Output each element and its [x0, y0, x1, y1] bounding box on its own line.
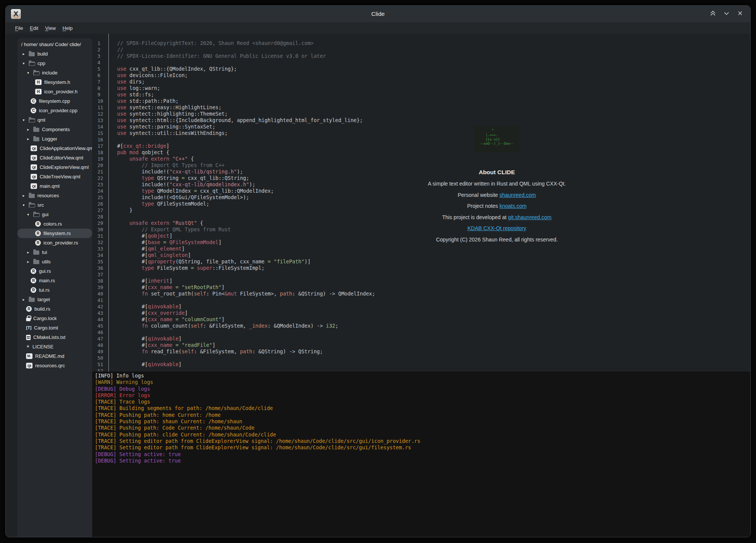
chevron-right-icon[interactable]: ▸: [27, 250, 33, 254]
tree-item-components[interactable]: ▸Components: [17, 125, 92, 134]
about-title: About CLIDE: [366, 169, 627, 176]
line-number: 28: [92, 213, 108, 220]
tree-item-resources-qrc[interactable]: Qtresources.qrc: [17, 361, 92, 370]
line-number: 32: [92, 239, 108, 246]
chevron-right-icon[interactable]: ▸: [27, 260, 33, 264]
tree-item-filesystem-cpp[interactable]: Cfilesystem.cpp: [17, 96, 92, 106]
code-line: 1// SPDX-FileCopyrightText: 2026, Shaun …: [92, 40, 750, 46]
chevron-down-icon[interactable]: ▾: [27, 212, 33, 217]
chevron-right-icon[interactable]: ▸: [27, 137, 33, 141]
close-button[interactable]: [736, 10, 744, 18]
chevron-down-icon[interactable]: ▾: [22, 61, 29, 65]
tree-item-label: utils: [42, 259, 51, 265]
tree-item-cmakelists-txt[interactable]: CMakeLists.txt: [17, 333, 92, 342]
line-number: 21: [92, 169, 108, 175]
tree-item-gui-rs[interactable]: Rgui.rs: [17, 266, 92, 276]
title-bar[interactable]: X Clide: [6, 6, 750, 22]
tree-item-utils[interactable]: ▸utils: [17, 257, 92, 266]
tree-item-clideexplorerview-qml[interactable]: QtClideExplorerView.qml: [17, 162, 92, 172]
about-link-kdab-cxx-qt-repository[interactable]: KDAB CXX-Qt repository: [467, 225, 526, 231]
tree-item-resources[interactable]: ▸resources: [17, 191, 92, 200]
log-line-trace: [TRACE] Pushing path: shaun Current: /ho…: [95, 418, 750, 425]
tree-item-main-rs[interactable]: Rmain.rs: [17, 276, 92, 285]
chevron-right-icon[interactable]: ▸: [22, 297, 29, 302]
tree-item-filesystem-h[interactable]: Hfilesystem.h: [17, 77, 92, 87]
tree-item-clidetreeview-qml[interactable]: QtClideTreeView.qml: [17, 172, 92, 181]
tree-item-readme-md[interactable]: M↓README.md: [17, 351, 92, 361]
tree-item-label: ClideApplicationView.qml: [40, 145, 92, 151]
line-number: 16: [92, 136, 108, 143]
tree-item-build[interactable]: ▸build: [17, 49, 92, 59]
code-line: 8use log::warn;: [92, 85, 750, 91]
code-text: [108, 59, 117, 66]
chevron-right-icon[interactable]: ▸: [22, 52, 29, 56]
folder-icon: [33, 260, 39, 264]
tree-item-label: filesystem.rs: [43, 231, 71, 236]
tree-item-label: cpp: [37, 60, 45, 66]
chevron-down-icon[interactable]: ▾: [22, 203, 29, 207]
menu-file[interactable]: File: [12, 22, 26, 34]
code-text: #[qml_singleton]: [108, 252, 191, 258]
tree-item-icon-provider-rs[interactable]: Ricon_provider.rs: [17, 238, 92, 248]
tree-item-cpp[interactable]: ▾cpp: [17, 59, 92, 68]
line-number: 34: [92, 252, 108, 258]
code-text: fn set_root_path(self: Pin<&mut FileSyst…: [108, 291, 375, 297]
tree-item-icon-provider-cpp[interactable]: Cicon_provider.cpp: [17, 106, 92, 115]
minimize-button[interactable]: [722, 10, 731, 18]
chevrons-up-icon: [710, 10, 716, 18]
maximize-button[interactable]: [709, 10, 717, 18]
tree-item-label: target: [37, 297, 50, 302]
tree-item-cargo-lock[interactable]: Cargo.lock: [17, 314, 92, 323]
tree-item-label: src: [37, 202, 44, 208]
tree-item-label: LICENSE: [32, 344, 54, 350]
line-number: 41: [92, 297, 108, 303]
about-link-knoats-com[interactable]: knoats.com: [499, 203, 527, 209]
line-number: 31: [92, 233, 108, 239]
menu-view[interactable]: View: [42, 22, 59, 34]
code-text: include!("cxx-qt-lib/qmodelindex.h");: [108, 181, 255, 188]
menu-edit[interactable]: Edit: [26, 22, 42, 34]
tree-item-label: ClideTreeView.qml: [40, 174, 80, 179]
line-number: 22: [92, 175, 108, 181]
tree-item-src[interactable]: ▾src: [17, 200, 92, 210]
tree-item-tui-rs[interactable]: Rtui.rs: [17, 285, 92, 295]
code-line: 13use syntect::html::{IncludeBackground,…: [92, 117, 750, 124]
tree-item-label: tui.rs: [39, 287, 49, 293]
tree-item-gui[interactable]: ▾gui: [17, 210, 92, 219]
rust-file-icon: R: [26, 306, 32, 312]
folder-icon: [33, 71, 39, 75]
tree-item-label: gui.rs: [39, 268, 51, 274]
chevron-down-icon[interactable]: ▾: [27, 71, 33, 75]
tree-item-cargo-toml[interactable]: [T]Cargo.toml: [17, 323, 92, 333]
code-text: #[qproperty(QString, file_path, cxx_name…: [108, 258, 311, 265]
tree-item-main-qml[interactable]: Qtmain.qml: [17, 181, 92, 191]
code-line: 38 #[inherit]: [92, 278, 750, 284]
code-line: 45 fn column_count(self: &FileSystem, _i…: [92, 323, 750, 329]
tree-item-clideeditorview-qml[interactable]: QtClideEditorView.qml: [17, 153, 92, 162]
chevron-right-icon[interactable]: ▸: [27, 127, 33, 131]
tree-item-clideapplicationview-qml[interactable]: QtClideApplicationView.qml: [17, 144, 92, 153]
tree-item-include[interactable]: ▾include: [17, 68, 92, 77]
code-text: // Export QML Types from Rust: [108, 226, 231, 233]
log-output-panel[interactable]: [INFO] Info logs[WARN] Warning logs[DEBU…: [92, 371, 750, 537]
line-number: 14: [92, 124, 108, 130]
about-link-shaunreed-com[interactable]: shaunreed.com: [499, 192, 536, 198]
code-line: 10use std::path::Path;: [92, 98, 750, 104]
tree-item-build-rs[interactable]: Rbuild.rs: [17, 304, 92, 314]
file-explorer-panel[interactable]: / home/ shaun/ Code/ clide/ ▸build▾cpp▾i…: [17, 38, 92, 537]
line-number: 38: [92, 278, 108, 284]
tree-item-filesystem-rs[interactable]: Rfilesystem.rs: [17, 229, 92, 238]
chevron-right-icon[interactable]: ▸: [22, 193, 29, 198]
about-link-git-shaunreed-com[interactable]: git.shaunreed.com: [508, 214, 552, 220]
tree-item-target[interactable]: ▸target: [17, 295, 92, 304]
chevron-down-icon[interactable]: ▾: [22, 118, 29, 122]
tree-item-license[interactable]: ✶LICENSE: [17, 342, 92, 351]
log-line-trace: [TRACE] Pushing path: home Current: /hom…: [95, 412, 750, 418]
main-content: / home/ shaun/ Code/ clide/ ▸build▾cpp▾i…: [6, 34, 750, 537]
tree-item-icon-provider-h[interactable]: Hicon_provider.h: [17, 87, 92, 96]
tree-item-tui[interactable]: ▸tui: [17, 248, 92, 257]
tree-item-qml[interactable]: ▾qml: [17, 115, 92, 125]
tree-item-colors-rs[interactable]: Rcolors.rs: [17, 219, 92, 229]
menu-help[interactable]: Help: [59, 22, 76, 34]
tree-item-logger[interactable]: ▸Logger: [17, 134, 92, 144]
